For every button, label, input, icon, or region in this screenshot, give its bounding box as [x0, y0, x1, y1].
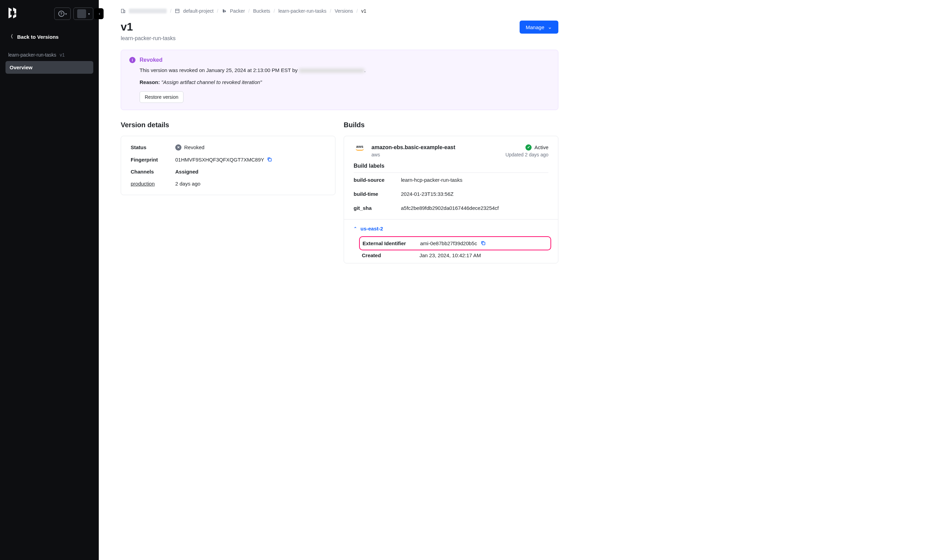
build-label-row: build-source learn-hcp-packer-run-tasks [344, 173, 558, 187]
back-label: Back to Versions [17, 34, 58, 40]
question-icon: ? [58, 11, 65, 17]
svg-rect-4 [269, 158, 271, 161]
build-status: Active [506, 145, 548, 151]
chevron-down-icon: ▾ [88, 12, 90, 16]
sidebar-header: ? ▾ ▾ [0, 0, 99, 28]
breadcrumb-current: v1 [361, 8, 366, 14]
build-label-row: git_sha a5fc2be89fdb2902da0167446dece232… [344, 201, 558, 215]
sidebar-item-overview[interactable]: Overview [6, 61, 93, 74]
created-label: Created [362, 252, 420, 258]
channels-label: Channels [131, 169, 175, 175]
breadcrumb-versions[interactable]: Versions [335, 8, 353, 14]
builds-title: Builds [344, 121, 559, 129]
page-subtitle: learn-packer-run-tasks [121, 35, 175, 42]
svg-rect-2 [175, 9, 179, 13]
svg-rect-5 [482, 242, 485, 245]
version-details-card: Status Revoked Fingerprint 01HMVF9SXHQF3… [121, 136, 335, 195]
copy-external-id-button[interactable] [480, 240, 486, 246]
build-updated: Updated 2 days ago [506, 152, 548, 157]
svg-rect-1 [124, 10, 125, 13]
alert-text: This version was revoked on January 25, … [140, 66, 550, 74]
fingerprint-value: 01HMVF9SXHQF3QFXQGT7XMC89Y [175, 157, 272, 163]
breadcrumb-bucket[interactable]: learn-packer-run-tasks [278, 8, 326, 14]
created-value: Jan 23, 2024, 10:42:17 AM [420, 252, 548, 258]
external-id-label: External Identifier [363, 240, 420, 246]
breadcrumb: / default-project / Packer / Buckets / l… [121, 8, 559, 14]
copy-fingerprint-button[interactable] [267, 157, 272, 162]
org-icon [121, 9, 126, 13]
revoked-status-icon [175, 145, 182, 151]
breadcrumb-packer[interactable]: Packer [230, 8, 245, 14]
packer-icon [222, 9, 227, 13]
production-channel-link[interactable]: production [131, 181, 175, 186]
status-label: Status [131, 145, 175, 150]
collapse-sidebar-button[interactable]: ‹‹ [94, 8, 103, 19]
alert-actor-redacted [299, 69, 364, 73]
restore-version-button[interactable]: Restore version [140, 91, 183, 103]
chevron-up-icon: ⌄ [354, 226, 357, 231]
chevron-down-icon: ⌄ [548, 24, 552, 30]
breadcrumb-org-redacted [129, 9, 167, 13]
aws-provider-icon: aws [354, 145, 366, 157]
version-details-section: Version details Status Revoked Fingerpri… [121, 121, 335, 263]
builds-section: Builds aws amazon-ebs.basic-example-east… [344, 121, 559, 263]
svg-rect-0 [122, 9, 124, 13]
main-content: / default-project / Packer / Buckets / l… [99, 0, 579, 560]
project-icon [175, 9, 180, 13]
build-name: amazon-ebs.basic-example-east [371, 145, 455, 151]
info-icon: i [129, 57, 135, 63]
revoked-alert: i Revoked This version was revoked on Ja… [121, 50, 559, 110]
back-to-versions-link[interactable]: 〈 Back to Versions [0, 28, 99, 46]
channels-value: Assigned [175, 169, 198, 175]
alert-title: Revoked [140, 57, 163, 63]
region-toggle[interactable]: ⌄ us-east-2 [354, 226, 548, 231]
chevron-left-icon: 〈 [8, 34, 13, 40]
sidebar: ? ▾ ▾ ‹‹ 〈 Back to Versions learn-packer… [0, 0, 99, 560]
production-channel-value: 2 days ago [175, 181, 200, 186]
version-details-title: Version details [121, 121, 335, 129]
status-value: Revoked [175, 145, 205, 151]
manage-button[interactable]: Manage ⌄ [520, 21, 559, 34]
active-status-icon [525, 145, 532, 151]
page-title: v1 [121, 21, 175, 33]
breadcrumb-project[interactable]: default-project [183, 8, 214, 14]
sidebar-context: learn-packer-run-tasks v1 [6, 49, 93, 61]
avatar [77, 9, 86, 18]
chevron-down-icon: ▾ [65, 12, 67, 16]
hashicorp-logo-icon[interactable] [6, 7, 19, 21]
user-menu-button[interactable]: ▾ [73, 8, 93, 20]
build-label-row: build-time 2024-01-23T15:33:56Z [344, 187, 558, 201]
help-menu-button[interactable]: ? ▾ [54, 8, 71, 20]
alert-reason: Reason: "Assign artifact channel to revo… [140, 79, 550, 85]
fingerprint-label: Fingerprint [131, 157, 175, 163]
build-card: aws amazon-ebs.basic-example-east aws [344, 136, 559, 263]
build-labels-title: Build labels [344, 163, 558, 172]
breadcrumb-buckets[interactable]: Buckets [253, 8, 270, 14]
external-id-value: ami-0e87bb27f39d20b5c [420, 240, 548, 246]
build-provider: aws [371, 152, 455, 157]
external-identifier-highlight: External Identifier ami-0e87bb27f39d20b5… [359, 236, 551, 250]
